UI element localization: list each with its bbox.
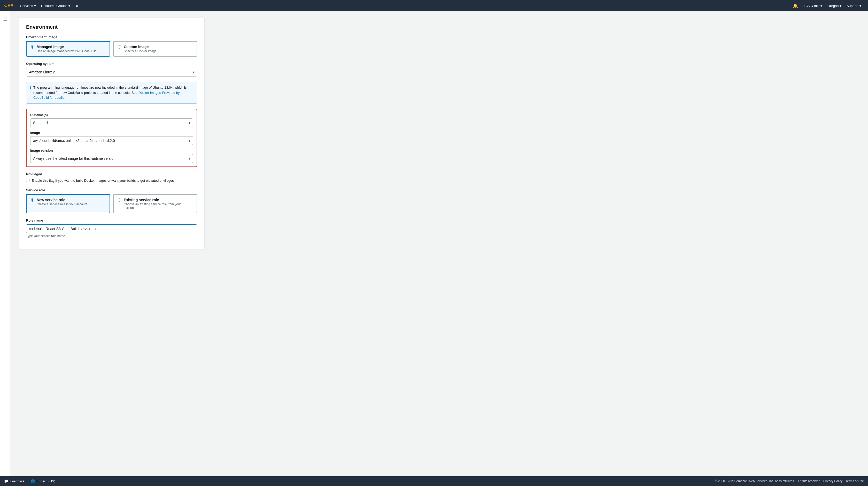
sidebar-menu-icon[interactable]: ☰ — [1, 15, 9, 24]
existing-service-role-text: Existing service role Choose an existing… — [124, 198, 192, 210]
image-version-select-wrapper: Always use the latest image for this run… — [30, 154, 193, 163]
privileged-checkbox-label: Enable this flag if you want to build Do… — [32, 178, 174, 183]
service-role-label: Service role — [26, 188, 197, 192]
runtimes-box: Runtime(s) Standard ▾ Image aws/codebuil… — [26, 109, 197, 167]
runtime-select[interactable]: Standard — [30, 118, 193, 127]
environment-image-options: Managed image Use an image managed by AW… — [26, 41, 197, 57]
custom-image-title: Custom image — [124, 45, 157, 49]
region-chevron-icon: ▾ — [840, 4, 841, 8]
managed-image-title: Managed image — [37, 45, 97, 49]
custom-image-option[interactable]: Custom image Specify a Docker image — [113, 41, 197, 57]
existing-service-role-title: Existing service role — [124, 198, 192, 202]
bookmarks-nav[interactable]: ★ — [73, 0, 81, 11]
runtime-select-wrapper: Standard ▾ — [30, 118, 193, 127]
new-service-role-radio[interactable] — [31, 198, 34, 202]
account-chevron-icon: ▾ — [820, 4, 822, 8]
image-label: Image — [30, 131, 193, 135]
existing-service-role-radio[interactable] — [118, 198, 121, 202]
new-service-role-option[interactable]: New service role Create a service role i… — [26, 194, 110, 213]
managed-image-desc: Use an image managed by AWS CodeBuild — [37, 49, 97, 53]
custom-image-desc: Specify a Docker image — [124, 49, 157, 53]
managed-image-option[interactable]: Managed image Use an image managed by AW… — [26, 41, 110, 57]
star-icon: ★ — [75, 4, 79, 8]
os-label: Operating system — [26, 62, 197, 66]
role-name-section: Role name Type your service role name — [26, 219, 197, 238]
custom-image-radio[interactable] — [118, 45, 121, 49]
role-name-input[interactable] — [26, 224, 197, 233]
support-chevron-icon: ▾ — [860, 4, 861, 8]
support-nav[interactable]: Support ▾ — [844, 0, 864, 11]
os-select-wrapper: Amazon Linux 2 Ubuntu Windows Server 201… — [26, 68, 197, 77]
resource-groups-chevron-icon: ▾ — [68, 4, 70, 8]
image-version-label: Image version — [30, 149, 193, 152]
existing-service-role-desc: Choose an existing service role from you… — [124, 202, 192, 210]
aws-logo[interactable] — [4, 3, 13, 8]
role-name-hint: Type your service role name — [26, 234, 197, 238]
privileged-checkbox-row: Enable this flag if you want to build Do… — [26, 178, 197, 183]
notifications-bell[interactable]: 🔔 — [790, 3, 801, 8]
resource-groups-nav[interactable]: Resource Groups ▾ — [38, 0, 73, 11]
account-nav[interactable]: LOVO Inc. ▾ — [801, 0, 825, 11]
service-role-options: New service role Create a service role i… — [26, 194, 197, 213]
os-select[interactable]: Amazon Linux 2 Ubuntu Windows Server 201… — [26, 68, 197, 77]
environment-panel: Environment Environment image Managed im… — [19, 18, 205, 250]
sidebar: ☰ — [0, 11, 10, 476]
managed-image-radio[interactable] — [31, 45, 34, 49]
services-nav[interactable]: Services ▾ — [18, 0, 38, 11]
privileged-section: Privileged Enable this flag if you want … — [26, 172, 197, 183]
image-select-wrapper: aws/codebuild/amazonlinux2-aarch64-stand… — [30, 136, 193, 145]
environment-image-label: Environment image — [26, 35, 197, 39]
services-label: Services — [20, 4, 33, 8]
resource-groups-label: Resource Groups — [41, 4, 67, 8]
existing-service-role-option[interactable]: Existing service role Choose an existing… — [113, 194, 197, 213]
info-text: The programming language runtimes are no… — [33, 85, 193, 100]
service-role-section: Service role New service role Create a s… — [26, 188, 197, 213]
page-title: Environment — [26, 24, 197, 30]
support-label: Support — [846, 4, 859, 8]
new-service-role-title: New service role — [37, 198, 87, 202]
new-service-role-desc: Create a service role in your account — [37, 202, 87, 206]
role-name-label: Role name — [26, 219, 197, 222]
image-select[interactable]: aws/codebuild/amazonlinux2-aarch64-stand… — [30, 136, 193, 145]
info-box: ℹ The programming language runtimes are … — [26, 82, 197, 104]
services-chevron-icon: ▾ — [34, 4, 36, 8]
main-content: Environment Environment image Managed im… — [10, 11, 868, 476]
region-label: Oregon — [828, 4, 839, 8]
top-navigation: Services ▾ Resource Groups ▾ ★ 🔔 LOVO In… — [0, 0, 868, 11]
info-text-after: . — [64, 96, 65, 99]
runtimes-label: Runtime(s) — [30, 113, 193, 117]
region-nav[interactable]: Oregon ▾ — [825, 0, 844, 11]
info-circle-icon: ℹ — [30, 85, 31, 89]
environment-image-section: Environment image Managed image Use an i… — [26, 35, 197, 57]
image-version-select[interactable]: Always use the latest image for this run… — [30, 154, 193, 163]
os-section: Operating system Amazon Linux 2 Ubuntu W… — [26, 62, 197, 77]
managed-image-text: Managed image Use an image managed by AW… — [37, 45, 97, 53]
privileged-checkbox[interactable] — [26, 179, 29, 182]
custom-image-text: Custom image Specify a Docker image — [124, 45, 157, 53]
privileged-label: Privileged — [26, 172, 197, 176]
new-service-role-text: New service role Create a service role i… — [37, 198, 87, 206]
account-name: LOVO Inc. — [804, 4, 819, 8]
